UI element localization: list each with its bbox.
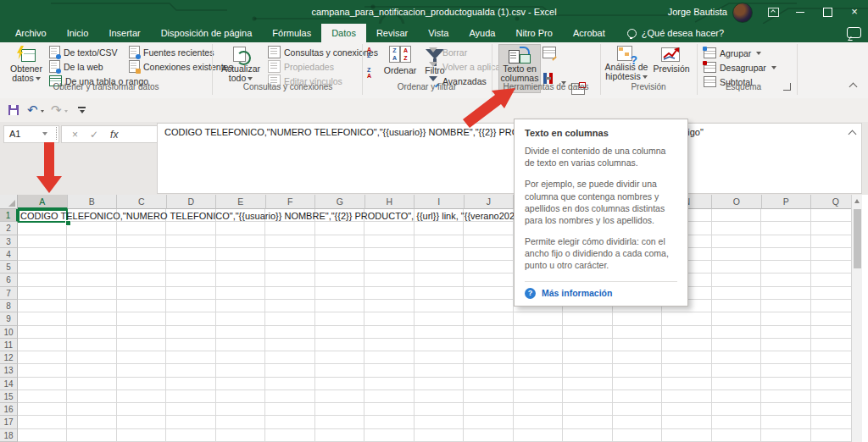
maximize-icon	[823, 8, 832, 17]
column-header-c[interactable]: C	[117, 195, 167, 209]
tab-vista[interactable]: Vista	[418, 24, 459, 42]
ribbon-tab-row: Archivo Inicio Insertar Disposición de p…	[0, 24, 868, 42]
row-header-1[interactable]: 1	[0, 209, 18, 222]
column-header-f[interactable]: F	[266, 195, 316, 209]
insert-function-icon[interactable]: fx	[110, 129, 118, 141]
undo-button[interactable]: ↶	[27, 102, 38, 118]
name-box[interactable]: A1	[3, 125, 59, 143]
prevision-button[interactable]: Previsión	[649, 46, 693, 74]
scrollbar-thumb[interactable]	[854, 209, 861, 268]
tab-formulas[interactable]: Fórmulas	[262, 24, 321, 42]
column-header-e[interactable]: E	[216, 195, 266, 209]
row-header-18[interactable]: 18	[0, 429, 18, 442]
maximize-button[interactable]	[814, 0, 841, 24]
row-header-14[interactable]: 14	[0, 378, 18, 390]
tab-inicio[interactable]: Inicio	[57, 24, 99, 42]
name-box-caret-icon[interactable]	[42, 132, 47, 135]
column-header-q[interactable]: Q	[811, 195, 851, 209]
row-header-2[interactable]: 2	[0, 222, 18, 235]
row-header-3[interactable]: 3	[0, 235, 18, 248]
column-header-a[interactable]: A	[18, 195, 68, 209]
column-header-h[interactable]: H	[365, 195, 415, 209]
ordenar-button[interactable]: ZA AZ Ordenar	[381, 46, 419, 75]
tooltip-footer: ? Más información	[525, 288, 677, 299]
collapse-ribbon-button[interactable]	[849, 81, 858, 88]
borrar-button: Borrar	[429, 46, 467, 58]
column-header-g[interactable]: G	[315, 195, 365, 209]
fill-handle[interactable]	[65, 220, 71, 226]
column-header-o[interactable]: O	[712, 195, 762, 209]
tab-revisar[interactable]: Revisar	[366, 24, 418, 42]
row-header-9[interactable]: 9	[0, 312, 18, 325]
comments-icon[interactable]	[847, 27, 861, 38]
customize-qat-button[interactable]	[78, 107, 86, 108]
row-header-13[interactable]: 13	[0, 364, 18, 377]
flash-fill-icon[interactable]	[542, 47, 556, 58]
formula-input[interactable]: CODIGO TELEFONICO,"NUMERO TELEFONICO","{…	[157, 123, 862, 194]
formula-separator[interactable]	[56, 127, 57, 140]
minimize-button[interactable]	[787, 0, 814, 24]
enter-check-icon[interactable]: ✓	[90, 129, 98, 141]
column-header-b[interactable]: B	[68, 195, 118, 209]
tab-disposicion[interactable]: Disposición de página	[151, 24, 263, 42]
row-header-4[interactable]: 4	[0, 248, 18, 261]
account-user-name[interactable]: Jorge Bautista	[668, 0, 727, 24]
esquema-dialog-launcher-icon[interactable]	[783, 83, 791, 91]
red-arrow-texto-en-columnas	[459, 81, 519, 130]
group-label-esquema: Esquema	[697, 82, 790, 91]
row-header-7[interactable]: 7	[0, 287, 18, 300]
actualizar-todo-button[interactable]: Actualizar todo	[219, 46, 263, 83]
collapse-formula-bar-icon[interactable]	[849, 129, 856, 135]
ungroup-icon	[704, 62, 716, 73]
conexiones-existentes-button[interactable]: Conexiones existentes	[129, 60, 233, 73]
ribbon-display-options-button[interactable]	[760, 0, 787, 24]
row-header-17[interactable]: 17	[0, 416, 18, 428]
minimize-icon	[796, 12, 804, 13]
row-header-8[interactable]: 8	[0, 300, 18, 312]
tell-me-search[interactable]: ¿Qué desea hacer?	[627, 24, 724, 42]
tooltip-paragraph-1: Divide el contenido de una columna de te…	[525, 145, 677, 169]
row-header-5[interactable]: 5	[0, 261, 18, 273]
row-header-11[interactable]: 11	[0, 339, 18, 351]
desagrupar-button[interactable]: Desagrupar	[704, 61, 776, 74]
save-button[interactable]	[8, 105, 19, 115]
de-la-web-button[interactable]: De la web	[49, 60, 103, 73]
tab-insertar[interactable]: Insertar	[98, 24, 150, 42]
close-button[interactable]: ×	[841, 0, 868, 24]
column-header-i[interactable]: I	[415, 195, 465, 209]
web-icon	[49, 60, 60, 73]
title-bar: campana_para_notificacion_productogualda…	[0, 0, 868, 24]
row-header-12[interactable]: 12	[0, 351, 18, 364]
text-csv-icon	[49, 46, 60, 58]
select-all-corner[interactable]	[0, 195, 18, 209]
avatar[interactable]	[732, 3, 753, 23]
tab-acrobat[interactable]: Acrobat	[563, 24, 615, 42]
tab-datos[interactable]: Datos	[321, 24, 366, 42]
row-header-6[interactable]: 6	[0, 273, 18, 286]
cancel-icon[interactable]: ×	[72, 129, 78, 141]
forecast-sheet-icon	[661, 46, 682, 63]
analisis-hipotesis-button[interactable]: ? Análisis de hipótesis	[604, 46, 649, 81]
sort-za-button[interactable]: Z A	[367, 67, 377, 79]
agrupar-button[interactable]: Agrupar	[704, 47, 761, 59]
tab-archivo[interactable]: Archivo	[5, 24, 57, 42]
column-header-j[interactable]: J	[465, 195, 515, 209]
tab-nitro-pro[interactable]: Nitro Pro	[505, 24, 562, 42]
vertical-scrollbar[interactable]	[851, 195, 862, 442]
grid-body[interactable]	[18, 209, 851, 442]
row-header-16[interactable]: 16	[0, 403, 18, 416]
obtener-datos-button[interactable]: Obtener datos	[7, 46, 46, 83]
scroll-up-icon[interactable]	[852, 195, 862, 207]
undo-caret[interactable]	[41, 110, 44, 113]
mas-informacion-link[interactable]: Más información	[542, 288, 612, 298]
row-header-15[interactable]: 15	[0, 390, 18, 403]
column-header-p[interactable]: P	[762, 195, 812, 209]
texto-en-columnas-tooltip: Texto en columnas Divide el contenido de…	[514, 119, 688, 307]
row-header-10[interactable]: 10	[0, 326, 18, 339]
sort-az-button[interactable]: A Z	[367, 47, 377, 58]
de-texto-csv-button[interactable]: De texto/CSV	[49, 46, 118, 58]
column-header-d[interactable]: D	[167, 195, 217, 209]
fuentes-recientes-button[interactable]: Fuentes recientes	[129, 46, 214, 58]
text-to-columns-icon	[509, 47, 531, 63]
tab-ayuda[interactable]: Ayuda	[459, 24, 505, 42]
